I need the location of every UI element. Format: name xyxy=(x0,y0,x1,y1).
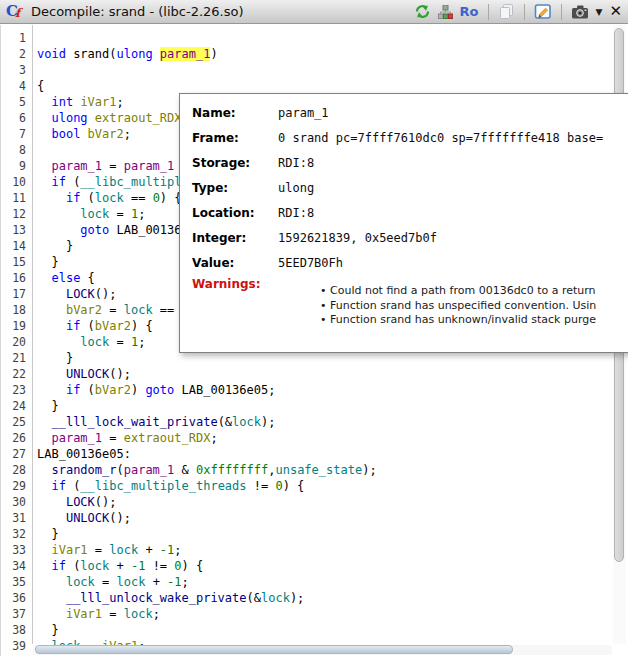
code-token[interactable]: lock xyxy=(109,543,138,557)
code-token[interactable]: 0 xyxy=(275,479,282,493)
code-token[interactable]: ( xyxy=(80,383,94,397)
code-token[interactable]: } xyxy=(37,351,73,365)
code-token[interactable] xyxy=(37,575,66,589)
code-line[interactable]: UNLOCK(); xyxy=(37,367,628,383)
code-token[interactable]: param_1 xyxy=(160,47,211,61)
code-token[interactable]: param_1 xyxy=(124,463,175,477)
code-token[interactable]: = xyxy=(109,207,131,221)
code-token[interactable]: if xyxy=(66,319,80,333)
code-token[interactable]: __libc_multiple_threads xyxy=(80,479,246,493)
code-line[interactable]: } xyxy=(37,623,628,639)
code-token[interactable]: ); xyxy=(362,463,376,477)
code-line[interactable]: if (__libc_multiple_threads != 0) { xyxy=(37,479,628,495)
code-token[interactable]: if xyxy=(66,191,80,205)
code-line[interactable]: LOCK(); xyxy=(37,495,628,511)
code-line[interactable]: } xyxy=(37,351,628,367)
code-token[interactable] xyxy=(37,271,51,285)
code-token[interactable] xyxy=(109,223,116,237)
code-line[interactable]: if (lock + -1 != 0) { xyxy=(37,559,628,575)
code-token[interactable] xyxy=(37,303,66,317)
code-token[interactable] xyxy=(88,111,95,125)
code-token[interactable]: ); xyxy=(261,415,275,429)
code-token[interactable]: != xyxy=(247,479,276,493)
code-token[interactable]: ; xyxy=(268,383,275,397)
code-token[interactable]: == xyxy=(124,191,153,205)
code-token[interactable]: != xyxy=(145,559,174,573)
code-token[interactable]: ) xyxy=(131,383,145,397)
code-line[interactable]: iVar1 = lock; xyxy=(37,607,628,623)
code-token[interactable]: } xyxy=(37,399,59,413)
code-token[interactable] xyxy=(37,511,66,525)
code-line[interactable]: iVar1 = lock + -1; xyxy=(37,543,628,559)
code-token[interactable]: 0xffffffff xyxy=(196,463,268,477)
code-token[interactable]: srand xyxy=(73,47,109,61)
code-line[interactable]: __lll_lock_wait_private(&lock); xyxy=(37,415,628,431)
code-line[interactable] xyxy=(37,31,628,47)
code-token[interactable]: lock xyxy=(95,191,124,205)
code-token[interactable]: UNLOCK xyxy=(66,367,109,381)
code-token[interactable]: & xyxy=(174,463,196,477)
code-token[interactable] xyxy=(37,111,51,125)
code-token[interactable]: param_1 xyxy=(51,431,102,445)
code-token[interactable]: lock xyxy=(80,207,109,221)
code-token[interactable]: lock xyxy=(66,575,95,589)
code-token[interactable]: LAB_00136e05 xyxy=(182,383,269,397)
code-token[interactable]: ; xyxy=(153,607,160,621)
code-token[interactable]: param_1 xyxy=(51,159,102,173)
code-token[interactable] xyxy=(37,127,51,141)
code-token[interactable] xyxy=(37,367,66,381)
code-token[interactable]: ulong xyxy=(117,47,153,61)
code-token[interactable] xyxy=(37,495,66,509)
code-token[interactable]: } xyxy=(37,239,73,253)
code-token[interactable]: iVar1 xyxy=(51,543,87,557)
code-line[interactable]: param_1 = extraout_RDX; xyxy=(37,431,628,447)
code-token[interactable]: + xyxy=(138,543,160,557)
code-token[interactable]: ) { xyxy=(131,319,153,333)
code-line[interactable]: lock = lock + -1; xyxy=(37,575,628,591)
code-token[interactable]: bVar2 xyxy=(66,303,102,317)
ro-icon[interactable]: Ro xyxy=(460,4,479,19)
code-line[interactable]: LAB_00136e05: xyxy=(37,447,628,463)
code-line[interactable]: srandom_r(param_1 & 0xffffffff,unsafe_st… xyxy=(37,463,628,479)
code-token[interactable]: ; xyxy=(138,207,145,221)
code-token[interactable] xyxy=(37,431,51,445)
code-token[interactable]: } xyxy=(37,255,59,269)
code-token[interactable]: goto xyxy=(145,383,174,397)
code-token[interactable] xyxy=(37,383,66,397)
code-token[interactable]: ; xyxy=(182,575,189,589)
code-token[interactable]: LOCK xyxy=(66,287,95,301)
code-token[interactable] xyxy=(37,223,80,237)
code-token[interactable]: if xyxy=(51,175,65,189)
dropdown-arrow-icon[interactable]: ▼ xyxy=(596,7,603,17)
code-token[interactable]: = xyxy=(109,335,131,349)
code-line[interactable]: UNLOCK(); xyxy=(37,511,628,527)
code-token[interactable]: ; xyxy=(174,543,181,557)
code-token[interactable]: lock xyxy=(80,335,109,349)
code-token[interactable]: (& xyxy=(218,415,232,429)
code-token[interactable]: + xyxy=(145,575,167,589)
code-token[interactable]: lock xyxy=(124,303,153,317)
code-token[interactable]: __libc_multiple xyxy=(80,175,188,189)
code-token[interactable]: extraout_RDX xyxy=(124,431,211,445)
code-token[interactable]: ( xyxy=(80,191,94,205)
horizontal-scrollbar[interactable] xyxy=(33,645,612,655)
code-token[interactable] xyxy=(37,287,66,301)
code-token[interactable]: if xyxy=(51,559,65,573)
code-token[interactable]: __lll_lock_wait_private xyxy=(51,415,217,429)
code-token[interactable]: extraout_RDX xyxy=(95,111,182,125)
code-token[interactable]: lock xyxy=(124,607,153,621)
code-token[interactable]: ulong xyxy=(51,111,87,125)
code-token[interactable] xyxy=(37,95,51,109)
code-token[interactable]: lock xyxy=(80,559,109,573)
code-token[interactable]: bVar2 xyxy=(95,383,131,397)
code-token[interactable] xyxy=(37,415,51,429)
code-token[interactable] xyxy=(37,559,51,573)
code-token[interactable]: if xyxy=(66,383,80,397)
code-token[interactable]: + xyxy=(109,559,131,573)
code-token[interactable]: ; xyxy=(138,335,145,349)
code-token[interactable]: (& xyxy=(247,591,261,605)
code-token[interactable]: ; xyxy=(124,127,131,141)
code-token[interactable]: LAB_00136e xyxy=(117,223,189,237)
code-token[interactable]: ) { xyxy=(283,479,305,493)
camera-snapshot-icon[interactable] xyxy=(571,4,589,20)
